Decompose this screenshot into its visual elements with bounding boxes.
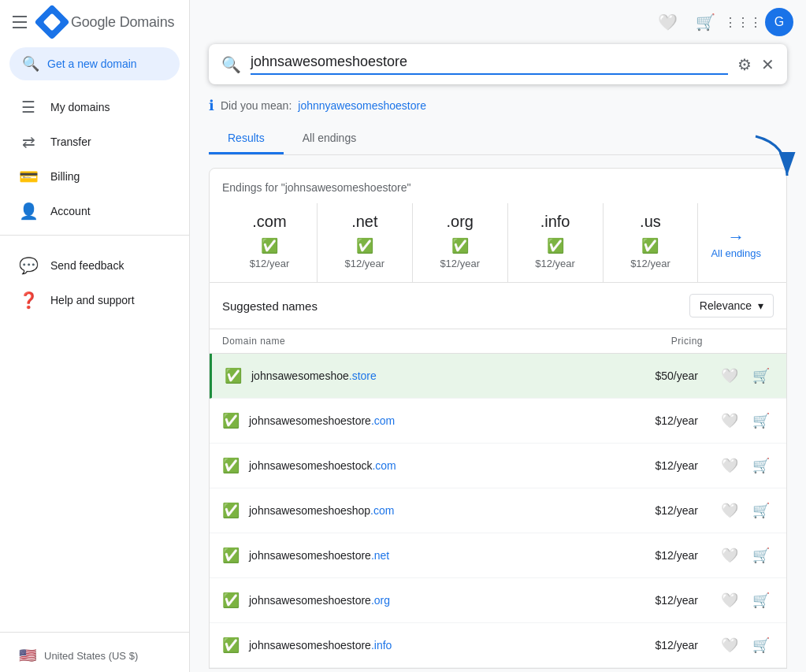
domain-price: $12/year — [616, 459, 711, 472]
domain-name: johnsawesomeshoe.store — [251, 369, 616, 382]
apps-button[interactable]: ⋮⋮⋮ — [727, 6, 759, 38]
table-row[interactable]: ✅ johnsawesomeshoestore.org $12/year 🤍 🛒 — [210, 578, 786, 623]
sidebar-search-button[interactable]: 🔍 Get a new domain — [9, 47, 180, 80]
ending-price: $12/year — [440, 258, 480, 269]
domain-actions: 🤍 🛒 — [711, 408, 774, 433]
search-settings-icon[interactable]: ⚙ — [737, 55, 752, 74]
save-domain-button[interactable]: 🤍 — [717, 363, 742, 388]
col-pricing-header: Pricing — [608, 336, 703, 347]
ending-item-net[interactable]: .net ✅ $12/year — [318, 203, 413, 282]
sidebar-divider-bottom — [0, 632, 189, 633]
info-icon: ℹ — [209, 97, 214, 114]
domain-actions: 🤍 🛒 — [711, 633, 774, 658]
table-row[interactable]: ✅ johnsawesomeshoestore.info $12/year 🤍 … — [210, 623, 786, 668]
search-clear-icon[interactable]: ✕ — [761, 55, 774, 74]
relevance-sort[interactable]: Relevance ▾ — [689, 294, 774, 317]
cart-button[interactable]: 🛒 — [689, 6, 721, 38]
did-you-mean-link[interactable]: johnnyawesomeshoestore — [298, 99, 426, 112]
sidebar-item-account[interactable]: 👤 Account — [0, 194, 180, 228]
domain-name: johnsawesomeshoestore.com — [249, 414, 616, 427]
sidebar-search-label: Get a new domain — [47, 58, 137, 70]
topbar: 🤍 🛒 ⋮⋮⋮ G — [190, 0, 806, 44]
avatar[interactable]: G — [765, 8, 793, 36]
check-icon: ✅ — [547, 237, 564, 254]
endings-title: Endings for "johnsawesomeshoestore" — [222, 181, 774, 194]
add-to-cart-button[interactable]: 🛒 — [748, 453, 774, 478]
domain-actions: 🤍 🛒 — [711, 543, 774, 568]
add-to-cart-button[interactable]: 🛒 — [748, 408, 774, 433]
ending-name: .com — [252, 213, 286, 231]
all-endings-button[interactable]: → All endings — [698, 203, 774, 282]
table-row[interactable]: ✅ johnsawesomeshoeshop.com $12/year 🤍 🛒 — [210, 488, 786, 533]
add-to-cart-button[interactable]: 🛒 — [748, 498, 774, 523]
ending-price: $12/year — [345, 258, 385, 269]
sidebar-divider — [0, 235, 189, 236]
sidebar-country[interactable]: 🇺🇸 United States (US $) — [0, 639, 189, 672]
search-query[interactable]: johnsawesomeshoestore — [251, 54, 728, 75]
domain-name: johnsawesomeshoestock.com — [249, 459, 616, 472]
sidebar-nav: ☰ My domains ⇄ Transfer 💳 Billing 👤 Acco… — [0, 87, 189, 626]
ending-item-com[interactable]: .com ✅ $12/year — [222, 203, 318, 282]
flag-icon: 🇺🇸 — [19, 647, 36, 664]
main-content: 🤍 🛒 ⋮⋮⋮ G 🔍 johnsawesomeshoestore ⚙ ✕ ℹ … — [190, 0, 806, 672]
add-to-cart-button[interactable]: 🛒 — [748, 633, 774, 658]
domain-actions: 🤍 🛒 — [711, 588, 774, 613]
sidebar-item-billing[interactable]: 💳 Billing — [0, 159, 180, 194]
col-domain-header: Domain name — [222, 336, 608, 347]
sidebar-item-label: Transfer — [50, 136, 91, 148]
favorites-button[interactable]: 🤍 — [652, 6, 683, 38]
cart-icon: 🛒 — [696, 13, 715, 32]
save-domain-button[interactable]: 🤍 — [717, 498, 742, 523]
endings-section: Endings for "johnsawesomeshoestore" .com… — [209, 168, 787, 283]
add-to-cart-button[interactable]: 🛒 — [748, 363, 774, 388]
sidebar-header: Google Domains — [0, 0, 189, 44]
table-row[interactable]: ✅ johnsawesomeshoestock.com $12/year 🤍 🛒 — [210, 444, 786, 488]
ending-item-us[interactable]: .us ✅ $12/year — [604, 203, 699, 282]
account-icon: 👤 — [19, 202, 38, 221]
arrow-right-icon: → — [727, 227, 745, 247]
available-icon: ✅ — [222, 502, 240, 519]
domain-actions: 🤍 🛒 — [711, 453, 774, 478]
ending-name: .us — [640, 213, 661, 231]
logo-area: Google Domains — [39, 9, 174, 35]
table-row[interactable]: ✅ johnsawesomeshoestore.net $12/year 🤍 🛒 — [210, 533, 786, 578]
available-icon: ✅ — [222, 592, 240, 609]
available-icon: ✅ — [222, 637, 240, 654]
heart-icon: 🤍 — [658, 13, 678, 32]
billing-icon: 💳 — [19, 167, 38, 186]
search-container: 🔍 johnsawesomeshoestore ⚙ ✕ — [209, 44, 787, 84]
save-domain-button[interactable]: 🤍 — [717, 633, 742, 658]
tab-all-endings[interactable]: All endings — [284, 124, 376, 154]
hamburger-menu-icon[interactable] — [13, 13, 32, 32]
ending-price: $12/year — [250, 258, 290, 269]
privacy-footer: Privacy Terms — [190, 669, 806, 672]
table-row[interactable]: ✅ johnsawesomeshoe.store $50/year 🤍 🛒 — [210, 354, 786, 399]
save-domain-button[interactable]: 🤍 — [717, 453, 742, 478]
ending-name: .net — [351, 213, 377, 231]
available-icon: ✅ — [222, 412, 240, 429]
all-endings-label: All endings — [711, 247, 761, 259]
sidebar-item-help-support[interactable]: ❓ Help and support — [0, 283, 180, 317]
tab-results[interactable]: Results — [209, 124, 284, 154]
save-domain-button[interactable]: 🤍 — [717, 408, 742, 433]
sidebar-item-send-feedback[interactable]: 💬 Send feedback — [0, 248, 180, 283]
sidebar-item-my-domains[interactable]: ☰ My domains — [0, 90, 180, 124]
add-to-cart-button[interactable]: 🛒 — [748, 588, 774, 613]
table-row[interactable]: ✅ johnsawesomeshoestore.com $12/year 🤍 🛒 — [210, 399, 786, 444]
save-domain-button[interactable]: 🤍 — [717, 543, 742, 568]
domain-actions: 🤍 🛒 — [711, 363, 774, 388]
sidebar-item-transfer[interactable]: ⇄ Transfer — [0, 124, 180, 159]
check-icon: ✅ — [451, 237, 469, 254]
sidebar-footer: 💬 Send feedback ❓ Help and support — [0, 242, 189, 330]
ending-item-info[interactable]: .info ✅ $12/year — [508, 203, 604, 282]
domain-actions: 🤍 🛒 — [711, 498, 774, 523]
did-you-mean-prefix: Did you mean: — [221, 99, 292, 112]
ending-item-org[interactable]: .org ✅ $12/year — [413, 203, 508, 282]
sidebar-item-label: Help and support — [50, 294, 135, 306]
add-to-cart-button[interactable]: 🛒 — [748, 543, 774, 568]
domain-name: johnsawesomeshoeshop.com — [249, 504, 616, 517]
save-domain-button[interactable]: 🤍 — [717, 588, 742, 613]
domain-price: $50/year — [616, 369, 711, 382]
available-icon: ✅ — [222, 457, 240, 474]
sidebar-item-label: Send feedback — [50, 259, 124, 272]
